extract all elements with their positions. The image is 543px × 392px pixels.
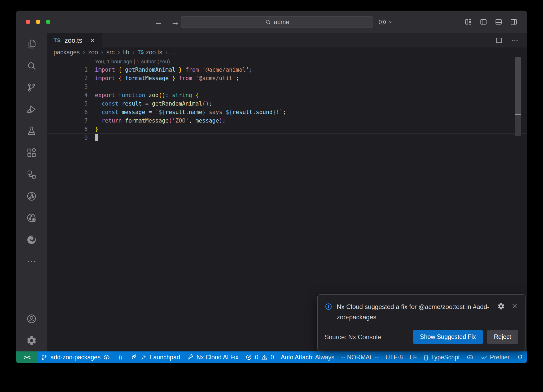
status-item-text: UTF-8 [386, 354, 403, 361]
nx-cloud-icon [26, 213, 37, 223]
breadcrumb-separator: › [83, 49, 85, 56]
activity-bar-item-nx-cloud[interactable] [16, 207, 47, 229]
code-line-9[interactable]: 9 [47, 133, 527, 142]
layout-controls [464, 11, 518, 33]
tab-bar: TS zoo.ts × [47, 33, 527, 47]
breadcrumb-item-lib[interactable]: lib [123, 49, 129, 56]
toggle-panel-icon[interactable] [494, 18, 503, 26]
status-item-notifications-bell[interactable] [513, 351, 527, 363]
breadcrumb-label: src [107, 49, 115, 56]
code-line-3[interactable]: 3 [47, 82, 527, 91]
copilot-menu[interactable] [378, 11, 393, 33]
status-item-nx-cloud-ai-fix[interactable]: Nx Cloud AI Fix [183, 351, 242, 363]
code-line-6[interactable]: 6 const message = `${result.name} says $… [47, 108, 527, 116]
edge-tools-icon [26, 234, 37, 245]
activity-bar-item-remote-explorer[interactable] [16, 164, 47, 185]
search-icon [26, 60, 37, 71]
close-window-button[interactable] [26, 20, 30, 24]
activity-bar-item-search[interactable] [16, 55, 47, 77]
status-item-text: Auto Attach: Always [281, 354, 334, 361]
activity-bar-item-explorer[interactable] [16, 33, 47, 55]
activity-bar-item-run-and-debug[interactable] [16, 98, 47, 120]
minimize-window-button[interactable] [36, 20, 40, 24]
explorer-icon [26, 39, 37, 49]
more-actions-icon[interactable] [511, 36, 519, 44]
toggle-primary-sidebar-icon[interactable] [479, 18, 488, 26]
notification-source: Source: Nx Console [325, 333, 381, 341]
breadcrumb-item-src[interactable]: src [107, 49, 115, 56]
notification-close-icon[interactable] [511, 303, 518, 310]
status-item-encoding[interactable]: UTF-8 [382, 351, 406, 363]
status-item-vim-mode[interactable]: -- NORMAL -- [338, 351, 382, 363]
code-line-text: const message = `${result.name} says ${r… [88, 108, 286, 116]
line-number: 8 [47, 125, 88, 133]
status-item-problems[interactable]: 00 [242, 351, 277, 363]
navigate-back-button[interactable]: ← [154, 17, 163, 27]
breadcrumb-item-packages[interactable]: packages [54, 49, 80, 56]
line-number: 7 [47, 116, 88, 125]
line-number: 3 [47, 82, 88, 91]
breadcrumb-item--[interactable]: … [171, 49, 177, 56]
code-line-text: const result = getRandomAnimal(); [88, 99, 212, 108]
activity-bar-item-settings[interactable] [16, 330, 47, 351]
breadcrumb-label: zoo [88, 49, 98, 56]
tab-zoo-ts[interactable]: TS zoo.ts × [47, 33, 102, 47]
bell-dot-icon [516, 354, 523, 361]
code-line-text: } [88, 125, 98, 133]
status-item-launchpad[interactable]: Launchpad [127, 351, 183, 363]
activity-bar [16, 33, 47, 351]
remote-indicator[interactable]: >< [16, 351, 37, 363]
zoom-window-button[interactable] [46, 20, 50, 24]
activity-bar-item-testing[interactable] [16, 120, 47, 142]
status-item-language-mode[interactable]: {}TypeScript [420, 351, 463, 363]
cloud-upload-icon [103, 354, 110, 361]
activity-bar-item-extensions[interactable] [16, 142, 47, 164]
notification-toast: Nx Cloud suggested a fix for @acme/zoo:t… [317, 294, 526, 351]
line-number: 4 [47, 91, 88, 99]
activity-bar-item-more-views[interactable] [16, 251, 47, 272]
activity-bar-item-accounts[interactable] [16, 308, 47, 330]
command-center-search[interactable]: acme [181, 16, 373, 28]
navigate-forward-button[interactable]: → [171, 17, 179, 27]
code-line-5[interactable]: 5 const result = getRandomAnimal(); [47, 99, 527, 108]
split-editor-icon[interactable] [495, 36, 503, 44]
toggle-secondary-sidebar-icon[interactable] [510, 18, 518, 26]
breadcrumb-label: lib [123, 49, 129, 56]
status-item-formatter[interactable]: Prettier [477, 351, 513, 363]
double-check-icon [480, 354, 487, 361]
status-item-text: Nx Cloud AI Fix [196, 354, 239, 361]
tab-close-icon[interactable]: × [90, 36, 95, 44]
code-line-4[interactable]: 4export function zoo(): string { [47, 91, 527, 99]
settings-icon [26, 335, 37, 346]
title-bar: ← → acme [16, 11, 527, 33]
customize-layout-icon[interactable] [464, 18, 472, 26]
breadcrumb-item-zoo[interactable]: zoo [88, 49, 98, 56]
status-bar: >< add-zoo-packagesLaunchpadNx Cloud AI … [16, 351, 527, 363]
scrollbar-thumb[interactable] [515, 57, 521, 114]
code-line-7[interactable]: 7 return formatMessage('ZOO', message); [47, 116, 527, 125]
show-suggested-fix-button[interactable]: Show Suggested Fix [413, 330, 483, 344]
source-control-icon [26, 82, 37, 93]
activity-bar-item-nx-console[interactable] [16, 185, 47, 207]
reject-button[interactable]: Reject [487, 330, 518, 344]
status-item-eol[interactable]: LF [406, 351, 420, 363]
breadcrumb-label: zoo.ts [146, 49, 162, 56]
code-line-2[interactable]: 2import { formatMessage } from '@acme/ut… [47, 74, 527, 82]
rocket-icon [131, 354, 138, 361]
notification-settings-gear-icon[interactable] [497, 303, 505, 310]
status-item-auto-attach[interactable]: Auto Attach: Always [277, 351, 338, 363]
activity-bar-item-edge-tools[interactable] [16, 229, 47, 251]
breadcrumb-item-zoo-ts[interactable]: TSzoo.ts [138, 49, 162, 56]
code-line-8[interactable]: 8} [47, 125, 527, 133]
status-item-git-branch[interactable]: add-zoo-packages [37, 351, 113, 363]
typescript-file-icon: TS [54, 37, 61, 43]
status-item-commit-graph[interactable] [113, 351, 127, 363]
line-number: 5 [47, 99, 88, 108]
code-line-text: import { getRandomAnimal } from '@acme/a… [88, 66, 252, 74]
activity-bar-item-source-control[interactable] [16, 77, 47, 98]
breadcrumb: packages›zoo›src›lib›TSzoo.ts›… [47, 47, 527, 57]
run-and-debug-icon [26, 104, 37, 115]
code-line-1[interactable]: 1import { getRandomAnimal } from '@acme/… [47, 66, 527, 74]
desktop: { "title_bar": { "nav": {"back": "←", "f… [0, 0, 543, 392]
status-item-copilot-status[interactable] [463, 351, 477, 363]
